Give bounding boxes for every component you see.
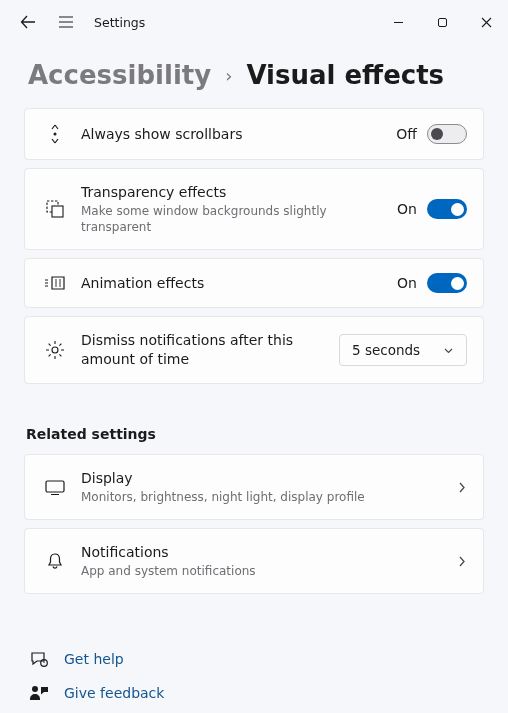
get-help-link[interactable]: Get help (28, 642, 480, 676)
svg-rect-3 (52, 206, 63, 217)
transparency-toggle[interactable] (427, 199, 467, 219)
row-subtitle: Make some window backgrounds slightly tr… (81, 203, 397, 235)
toggle-state-label: On (397, 275, 417, 291)
select-value: 5 seconds (352, 342, 420, 358)
titlebar: Settings (0, 0, 508, 44)
link-label: Get help (64, 651, 124, 667)
minimize-button[interactable] (376, 7, 420, 37)
breadcrumb: Accessibility › Visual effects (0, 44, 508, 108)
svg-point-4 (52, 347, 58, 353)
window-title: Settings (94, 15, 145, 30)
svg-rect-5 (46, 481, 64, 492)
scrollbars-toggle[interactable] (427, 124, 467, 144)
svg-rect-0 (438, 18, 446, 26)
menu-button[interactable] (56, 15, 76, 29)
toggle-state-label: On (397, 201, 417, 217)
link-label: Give feedback (64, 685, 164, 701)
row-title: Display (81, 469, 456, 488)
row-title: Notifications (81, 543, 456, 562)
breadcrumb-current: Visual effects (246, 60, 444, 90)
bell-icon (41, 551, 69, 571)
chevron-right-icon: › (225, 65, 232, 86)
scrollbars-icon (41, 123, 69, 145)
close-button[interactable] (464, 7, 508, 37)
display-icon (41, 479, 69, 495)
row-transparency-effects: Transparency effects Make some window ba… (24, 168, 484, 250)
row-dismiss-notifications: Dismiss notifications after this amount … (24, 316, 484, 384)
row-always-show-scrollbars: Always show scrollbars Off (24, 108, 484, 160)
row-title: Transparency effects (81, 183, 397, 202)
chevron-right-icon (456, 481, 467, 494)
section-related-settings: Related settings (24, 392, 484, 454)
row-notifications-link[interactable]: Notifications App and system notificatio… (24, 528, 484, 594)
svg-point-1 (54, 133, 56, 135)
feedback-icon (28, 684, 50, 702)
dismiss-duration-select[interactable]: 5 seconds (339, 334, 467, 366)
chevron-right-icon (456, 555, 467, 568)
breadcrumb-parent[interactable]: Accessibility (28, 60, 211, 90)
animation-icon (41, 275, 69, 291)
transparency-icon (41, 199, 69, 219)
animation-toggle[interactable] (427, 273, 467, 293)
svg-point-7 (32, 686, 38, 692)
chevron-down-icon (443, 345, 454, 356)
row-title: Dismiss notifications after this amount … (81, 331, 339, 369)
brightness-icon (41, 339, 69, 361)
row-animation-effects: Animation effects On (24, 258, 484, 308)
maximize-button[interactable] (420, 7, 464, 37)
row-subtitle: Monitors, brightness, night light, displ… (81, 489, 456, 505)
toggle-state-label: Off (396, 126, 417, 142)
back-button[interactable] (18, 14, 38, 30)
help-links: Get help Give feedback (24, 602, 484, 710)
row-title: Animation effects (81, 274, 397, 293)
help-icon (28, 650, 50, 668)
row-subtitle: App and system notifications (81, 563, 456, 579)
content-area: Always show scrollbars Off Transparency … (0, 108, 508, 710)
give-feedback-link[interactable]: Give feedback (28, 676, 480, 710)
row-title: Always show scrollbars (81, 125, 396, 144)
row-display-link[interactable]: Display Monitors, brightness, night ligh… (24, 454, 484, 520)
